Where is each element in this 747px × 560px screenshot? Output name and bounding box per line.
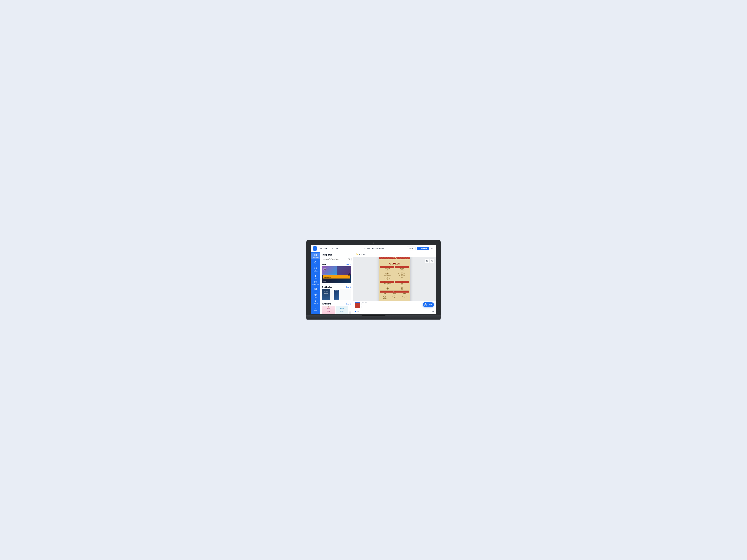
header-left: T Dashboard ↩ ↪ [313,246,343,250]
app-body: Templates Fill 60 Graphics Text [311,252,436,314]
animate-label[interactable]: Animate [359,254,365,256]
sidebar-label-more: More [314,310,317,311]
menu-col-fried: Fried Starters Beef Spring Roll$5.00 Cra… [380,266,394,280]
sidebar-item-graphics[interactable]: 60 Graphics [311,266,320,273]
sidebar-item-uploads[interactable]: Uploads [311,299,320,305]
dashboard-link[interactable]: Dashboard [318,247,328,249]
menu-item-r4: Steamed Spicy Fried Rice$7.00 [395,273,409,275]
invite-card-birthday[interactable]: 👶 ALEXA'S3rdBIRTHDAY! April 5, 20202:00-… [322,306,335,314]
animate-icon: ✨ [356,253,358,256]
sidebar-item-text[interactable]: Text [311,273,320,280]
redo-button[interactable]: ↪ [335,247,339,250]
search-box: 🔍 [322,257,352,261]
menu-row-desserts: Desserts Egg Tart$4.00 Mango Cake$6.00/p… [380,291,409,300]
sidebar-label-tables: Tables [314,290,317,292]
panel-title: Templates [320,252,353,257]
canvas-grid-btn[interactable]: ⊞ [425,259,429,263]
menu-dessert-6: China Steamed Cake$3.99/p.c. [390,295,400,296]
menu-logo: 春 [392,257,397,259]
cert-card-blue[interactable]: Pangkey Technical CollegeCERTIFICATEOF C… [322,289,330,300]
templates-icon [314,254,317,257]
invite-title: Invitations [322,303,331,305]
flyer-title: Flyer [322,263,327,266]
animate-bar: ✨ Animate [353,252,436,257]
icon-sidebar: Templates Fill 60 Graphics Text [311,252,320,314]
search-input[interactable] [322,257,352,261]
invite-row: 👶 ALEXA'S3rdBIRTHDAY! April 5, 20202:00-… [322,306,351,314]
canvas-workspace[interactable]: ⊞ ⎘ 春 RED DRAGON CHINE [353,257,436,301]
menu-card: 春 RED DRAGON CHINESE RESTAURANT [379,257,410,301]
header-right: Share Download ••• [404,246,434,250]
flyer-see-all[interactable]: See all [346,264,351,265]
invite-next-arrow[interactable]: › [349,311,351,314]
drinks-header: Drinks [395,281,409,283]
app-header: T Dashboard ↩ ↪ Chinese Menu Template Sh… [311,245,436,252]
laptop-screen: T Dashboard ↩ ↪ Chinese Menu Template Sh… [311,245,436,314]
chat-button[interactable]: 💬 Chat [423,302,434,307]
svg-point-6 [315,308,316,308]
tables-icon [314,287,317,290]
undo-button[interactable]: ↩ [331,247,334,250]
invite-see-all[interactable]: See all [346,303,351,305]
menu-dessert-1: Egg Tart$4.00 [380,293,389,295]
menu-item-r3: Original Steamed Fried Rice$7.00 [395,272,409,273]
sidebar-label-templates: Templates [312,257,318,258]
menu-item-s3: Crystal Pork Dumplings$8.00 [380,287,394,288]
menu-item-2: Crab Pincers$6.00 [380,270,394,271]
menu-item-r5: Yang Chow Fried Rice$8.00 [395,275,409,276]
invite-section-header: Invitations See all [320,302,353,306]
thumbnail-1[interactable] [355,302,360,308]
more-options-button[interactable]: ••• [430,246,434,250]
svg-rect-0 [314,254,315,255]
svg-rect-2 [314,256,315,256]
sidebar-item-logo[interactable]: Logo [311,293,320,299]
thumbnail-add[interactable]: + [362,302,367,308]
canvas-copy-btn[interactable]: ⎘ [430,259,434,263]
sidebar-item-fill[interactable]: Fill [311,259,320,266]
steamed-header: Steamed Starters [380,281,394,283]
divider-1 [320,284,353,285]
app-logo[interactable]: T [313,246,317,250]
download-button[interactable]: Download [417,247,429,250]
menu-dessert-10: Mango Lemonade$2.00 [400,296,409,298]
header-actions: ↩ ↪ [331,247,339,250]
zoom-dot-2 [357,311,358,312]
sidebar-item-templates[interactable]: Templates [311,253,320,259]
bottom-bar: Fit [353,309,436,314]
laptop-base [306,315,441,319]
flyer-body: The agent ofchange for yourbusinesses [322,279,351,282]
chat-label: Chat [428,303,432,306]
menu-col-youpay: You Pay Spring Rolls$5.00 Stuffed Tortil… [395,266,409,280]
menu-item-s2: Chinese Feet$4.00 [380,285,394,287]
flyer-grid: ⬛⬛ 📷 [320,266,353,284]
zoom-dot-1 [355,311,356,312]
menu-pattern-top: 春 [379,257,410,259]
sidebar-label-fill: Fill [315,263,316,265]
fit-button[interactable]: Fit [432,311,434,313]
invite-card-cocktail[interactable]: COCKTAIL CocktailParty March 25, 2020At … [336,306,349,314]
flyer-next-arrow[interactable]: › [348,273,351,276]
menu-col-desserts: Desserts Egg Tart$4.00 Mango Cake$6.00/p… [380,291,409,300]
menu-dessert-8: Iced Tea$1.79 [400,293,409,295]
graphics-icon [314,267,317,269]
sidebar-item-more[interactable]: More [311,306,320,312]
canvas-controls-top: ⊞ ⎘ [425,259,434,263]
certificates-section: Certificates See all Pangkey Technical C… [320,285,353,300]
restaurant-name: RED DRAGON [380,262,409,264]
sidebar-item-tables[interactable]: Tables [311,287,320,293]
flyer-image-top: ⬛⬛ 📷 [322,266,351,275]
menu-item-r2: Stuffed Tortillas$10.00 [395,270,409,271]
zoom-dot-3 [358,311,359,312]
chat-bubble-icon: 💬 [424,303,427,306]
menu-item-3: Fried Wonton$7.00 [380,272,394,273]
share-button[interactable]: Share [406,246,415,250]
menu-item-s1: Original Steamed Pork$8.00 [380,283,394,285]
fried-starters-header: Fried Starters [380,266,394,268]
menu-item-r6: Steamed Plain Rice$3.00 [395,276,409,278]
cert-card-white[interactable]: CERTIFICATEOF COMPLETION [333,289,340,300]
screen-bezel: T Dashboard ↩ ↪ Chinese Menu Template Sh… [306,240,441,315]
flyer-preview[interactable]: ⬛⬛ 📷 [322,266,351,283]
sidebar-item-background[interactable]: Background [311,280,320,286]
menu-divider-2 [380,290,409,291]
cert-see-all[interactable]: See all [346,286,351,288]
